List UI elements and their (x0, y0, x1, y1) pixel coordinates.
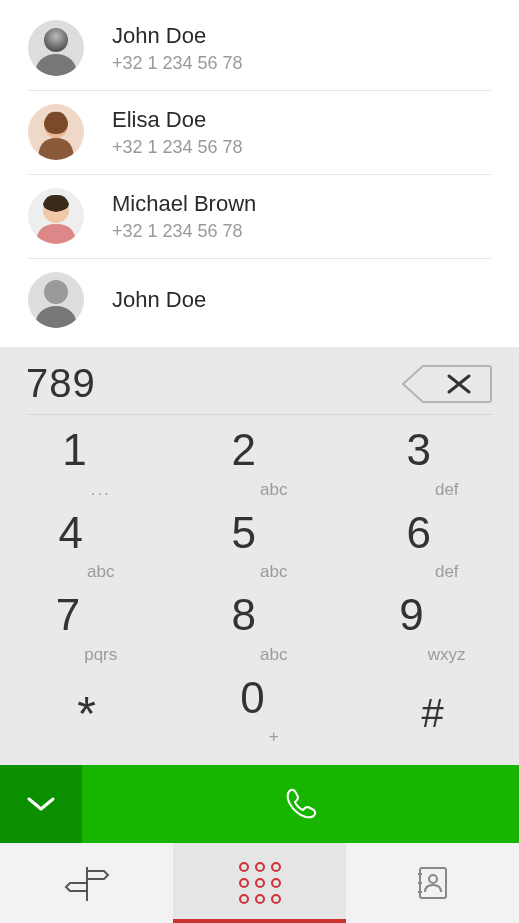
bottom-tab-bar (0, 843, 519, 923)
tab-contacts[interactable] (346, 843, 519, 923)
contact-name: John Doe (112, 22, 243, 51)
contact-row[interactable]: John Doe (0, 258, 519, 328)
key-4[interactable]: 4abc (0, 508, 173, 591)
svg-point-1 (44, 28, 68, 52)
avatar (28, 272, 84, 328)
dial-entry-area: 789 (0, 347, 519, 415)
contact-row[interactable]: Elisa Doe +32 1 234 56 78 (0, 90, 519, 174)
svg-point-12 (429, 875, 437, 883)
chevron-down-icon (27, 795, 55, 813)
contact-name: Michael Brown (112, 190, 256, 219)
key-0[interactable]: 0+ (173, 673, 346, 756)
contact-info: Michael Brown +32 1 234 56 78 (112, 190, 256, 242)
key-8[interactable]: 8abc (173, 590, 346, 673)
contact-info: John Doe (112, 286, 206, 315)
call-bar (0, 765, 519, 843)
key-hash[interactable]: # (346, 673, 519, 756)
key-2[interactable]: 2abc (173, 425, 346, 508)
tab-dialpad[interactable] (173, 843, 346, 923)
entered-number: 789 (26, 361, 96, 406)
contact-name: Elisa Doe (112, 106, 243, 135)
key-1[interactable]: 1... (0, 425, 173, 508)
key-star[interactable]: * (0, 673, 173, 756)
collapse-dialpad-button[interactable] (0, 765, 82, 843)
call-button[interactable] (82, 765, 519, 843)
phone-icon (282, 785, 320, 823)
svg-point-8 (44, 280, 68, 304)
contact-phone: +32 1 234 56 78 (112, 53, 243, 74)
contact-info: John Doe +32 1 234 56 78 (112, 22, 243, 74)
contact-name: John Doe (112, 286, 206, 315)
contact-phone: +32 1 234 56 78 (112, 137, 243, 158)
address-book-icon (414, 864, 452, 902)
key-7[interactable]: 7pqrs (0, 590, 173, 673)
contact-info: Elisa Doe +32 1 234 56 78 (112, 106, 243, 158)
keypad: 1... 2abc 3def 4abc 5abc 6def 7pqrs 8abc… (0, 415, 519, 765)
contact-phone: +32 1 234 56 78 (112, 221, 256, 242)
key-3[interactable]: 3def (346, 425, 519, 508)
contact-row[interactable]: John Doe +32 1 234 56 78 (0, 6, 519, 90)
key-6[interactable]: 6def (346, 508, 519, 591)
tab-directions[interactable] (0, 843, 173, 923)
key-5[interactable]: 5abc (173, 508, 346, 591)
key-9[interactable]: 9wxyz (346, 590, 519, 673)
avatar (28, 188, 84, 244)
contact-row[interactable]: Michael Brown +32 1 234 56 78 (0, 174, 519, 258)
contacts-list: John Doe +32 1 234 56 78 Elisa Doe +32 1… (0, 0, 519, 328)
dialpad-panel: 789 1... 2abc 3def 4abc 5abc 6def 7pqrs … (0, 347, 519, 923)
dialpad-dots-icon (239, 862, 281, 904)
backspace-button[interactable] (399, 364, 493, 404)
signpost-icon (64, 863, 110, 903)
avatar (28, 20, 84, 76)
avatar (28, 104, 84, 160)
